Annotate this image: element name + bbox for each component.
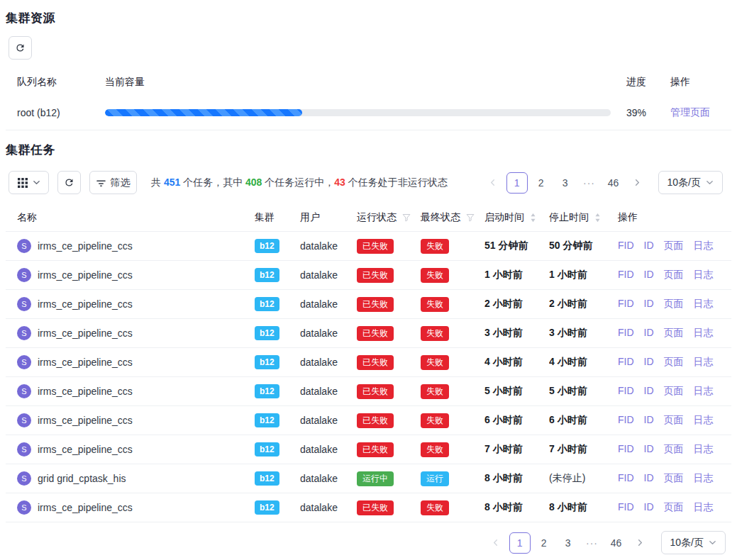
stop-time: 8 小时前 [549,501,618,514]
pagination-page-46[interactable]: 46 [603,172,624,194]
row-actions: FIDID页面日志 [618,269,731,281]
action-link-id[interactable]: ID [644,356,654,369]
pagination-bottom: 123···46 10条/页 [485,531,726,554]
table-row: S irms_ce_pipeline_ccs b12 datalake 已失败 … [6,261,731,290]
action-link-fid[interactable]: FID [618,443,634,456]
cluster-tasks-title: 集群任务 [6,142,731,158]
action-link-fid[interactable]: FID [618,269,634,281]
col-actions: 操作 [660,76,731,89]
columns-dropdown-button[interactable] [9,171,49,194]
action-link-fid[interactable]: FID [618,327,634,340]
action-link-页面[interactable]: 页面 [664,501,684,514]
pagination-next-button[interactable] [627,172,648,194]
table-row: S irms_ce_pipeline_ccs b12 datalake 已失败 … [6,377,731,406]
user-name: datalake [300,327,357,339]
row-actions: FIDID页面日志 [618,327,731,340]
tasks-table-header: 名称 集群 用户 运行状态 最终状态 启动时间 停止时间 操作 [6,203,731,232]
final-status-badge: 失败 [421,326,449,341]
action-link-id[interactable]: ID [644,443,654,456]
pagination-page-1[interactable]: 1 [506,172,528,194]
run-status-badge: 已失败 [357,268,394,283]
action-link-id[interactable]: ID [644,385,654,398]
action-link-日志[interactable]: 日志 [694,269,714,281]
final-status-badge: 失败 [421,239,449,254]
refresh-button[interactable] [9,36,32,60]
action-link-页面[interactable]: 页面 [664,327,684,340]
action-link-id[interactable]: ID [644,240,654,252]
progress-value: 39% [621,107,660,118]
pagination-page-2[interactable]: 2 [531,172,552,194]
page-size-select[interactable]: 10条/页 [661,531,726,554]
cluster-badge: b12 [255,384,279,398]
action-link-日志[interactable]: 日志 [694,327,714,340]
filter-lines-icon [96,179,106,187]
cluster-badge: b12 [255,297,279,311]
page-size-select[interactable]: 10条/页 [658,171,723,194]
action-link-id[interactable]: ID [644,501,654,514]
action-link-日志[interactable]: 日志 [694,414,714,427]
action-link-fid[interactable]: FID [618,501,634,514]
manage-page-link[interactable]: 管理页面 [670,106,710,118]
pagination-page-46[interactable]: 46 [606,532,627,554]
action-link-日志[interactable]: 日志 [694,298,714,310]
pagination-page-2[interactable]: 2 [533,532,555,554]
action-link-日志[interactable]: 日志 [694,385,714,398]
row-actions: FIDID页面日志 [618,501,731,514]
action-link-fid[interactable]: FID [618,472,634,485]
pagination-page-3[interactable]: 3 [555,172,576,194]
pagination-ellipsis[interactable]: ··· [582,532,603,554]
action-link-页面[interactable]: 页面 [664,240,684,252]
cluster-badge: b12 [255,471,279,486]
start-time: 8 小时前 [484,472,549,485]
run-status-badge: 运行中 [357,471,394,486]
task-name: irms_ce_pipeline_ccs [38,502,133,513]
stop-time: 4 小时前 [549,356,618,369]
pagination-page-3[interactable]: 3 [558,532,579,554]
action-link-页面[interactable]: 页面 [664,269,684,281]
action-link-fid[interactable]: FID [618,356,634,369]
action-link-日志[interactable]: 日志 [694,240,714,252]
action-link-页面[interactable]: 页面 [664,414,684,427]
resources-table-header: 队列名称 当前容量 进度 操作 [6,69,731,95]
action-link-fid[interactable]: FID [618,385,634,398]
pagination-next-button[interactable] [630,532,651,554]
pagination-pages: 123···46 [509,532,627,554]
cluster-badge: b12 [255,268,279,282]
action-link-页面[interactable]: 页面 [664,385,684,398]
action-link-页面[interactable]: 页面 [664,298,684,310]
filter-funnel-icon[interactable] [466,213,475,222]
action-link-id[interactable]: ID [644,269,654,281]
action-link-fid[interactable]: FID [618,298,634,310]
action-link-页面[interactable]: 页面 [664,443,684,456]
action-link-日志[interactable]: 日志 [694,501,714,514]
filter-button[interactable]: 筛选 [89,171,137,194]
task-name: irms_ce_pipeline_ccs [38,415,133,426]
start-time: 5 小时前 [484,385,549,398]
action-link-fid[interactable]: FID [618,414,634,427]
avatar: S [17,500,31,515]
action-link-日志[interactable]: 日志 [694,472,714,485]
pagination-page-1[interactable]: 1 [509,532,531,554]
action-link-日志[interactable]: 日志 [694,443,714,456]
sort-icon[interactable] [594,213,601,223]
bottom-pagination-row: 123···46 10条/页 [6,531,731,554]
pagination-ellipsis[interactable]: ··· [579,172,600,194]
action-link-id[interactable]: ID [644,414,654,427]
row-actions: FIDID页面日志 [618,240,731,252]
action-link-id[interactable]: ID [644,327,654,340]
action-link-日志[interactable]: 日志 [694,356,714,369]
action-link-id[interactable]: ID [644,298,654,310]
tasks-refresh-button[interactable] [57,171,81,194]
action-link-id[interactable]: ID [644,472,654,485]
col-current-capacity: 当前容量 [105,76,621,89]
pagination-pages: 123···46 [506,172,624,194]
final-status-badge: 失败 [421,268,449,283]
sort-icon[interactable] [530,213,536,223]
action-link-页面[interactable]: 页面 [664,356,684,369]
run-status-badge: 已失败 [357,442,394,457]
failed-count: 43 [334,177,345,188]
avatar: S [17,442,31,457]
action-link-fid[interactable]: FID [618,240,634,252]
action-link-页面[interactable]: 页面 [664,472,684,485]
filter-funnel-icon[interactable] [402,213,411,222]
